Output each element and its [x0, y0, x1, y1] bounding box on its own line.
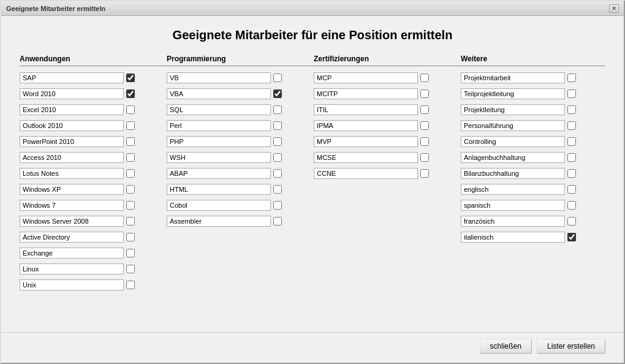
item-checkbox-0-2[interactable] [126, 105, 135, 114]
item-checkbox-1-5[interactable] [273, 153, 282, 162]
item-checkbox-0-0[interactable] [126, 74, 135, 82]
col-programmierung [167, 71, 314, 292]
item-checkbox-0-11[interactable] [126, 249, 135, 257]
item-label-0-8[interactable] [20, 200, 124, 211]
item-label-1-1[interactable] [167, 88, 271, 99]
item-checkbox-0-4[interactable] [126, 137, 135, 146]
item-checkbox-1-6[interactable] [273, 169, 282, 178]
list-item [314, 103, 461, 116]
item-label-0-3[interactable] [20, 120, 124, 131]
item-checkbox-2-4[interactable] [420, 137, 429, 146]
item-label-2-3[interactable] [314, 120, 418, 131]
item-label-1-5[interactable] [167, 152, 271, 163]
item-checkbox-2-5[interactable] [420, 153, 429, 162]
item-label-0-13[interactable] [20, 279, 124, 290]
item-label-0-0[interactable] [20, 72, 124, 83]
item-checkbox-3-8[interactable] [567, 201, 576, 210]
item-label-3-2[interactable] [461, 104, 565, 115]
list-item [314, 151, 461, 164]
item-checkbox-3-5[interactable] [567, 153, 576, 162]
list-item [20, 183, 167, 196]
item-label-3-8[interactable] [461, 200, 565, 211]
list-item [167, 199, 314, 212]
item-checkbox-0-9[interactable] [126, 217, 135, 226]
list-item [314, 167, 461, 180]
list-item [20, 230, 167, 244]
close-button[interactable]: ✕ [609, 4, 619, 13]
create-list-button[interactable]: Lister erstellen [537, 339, 605, 354]
item-label-1-8[interactable] [167, 200, 271, 211]
item-label-2-5[interactable] [314, 152, 418, 163]
list-item [167, 103, 314, 116]
item-checkbox-1-0[interactable] [273, 74, 282, 82]
list-item [314, 135, 461, 148]
item-label-0-11[interactable] [20, 248, 124, 259]
item-checkbox-1-8[interactable] [273, 201, 282, 210]
item-label-1-4[interactable] [167, 136, 271, 147]
item-label-3-10[interactable] [461, 232, 565, 243]
item-label-2-6[interactable] [314, 168, 418, 179]
item-checkbox-0-10[interactable] [126, 233, 135, 241]
item-checkbox-2-3[interactable] [420, 121, 429, 130]
item-checkbox-3-10[interactable] [567, 233, 576, 241]
list-item [167, 71, 314, 85]
item-checkbox-3-9[interactable] [567, 217, 576, 226]
item-checkbox-3-2[interactable] [567, 105, 576, 114]
close-dialog-button[interactable]: schließen [480, 339, 532, 354]
item-checkbox-1-2[interactable] [273, 105, 282, 114]
item-checkbox-3-4[interactable] [567, 137, 576, 146]
item-label-3-1[interactable] [461, 88, 565, 99]
item-label-1-7[interactable] [167, 184, 271, 195]
item-label-3-5[interactable] [461, 152, 565, 163]
item-label-0-1[interactable] [20, 88, 124, 99]
list-item [461, 71, 608, 85]
item-label-0-6[interactable] [20, 168, 124, 179]
item-checkbox-0-1[interactable] [126, 89, 135, 98]
item-checkbox-0-8[interactable] [126, 201, 135, 210]
item-label-0-7[interactable] [20, 184, 124, 195]
item-label-2-2[interactable] [314, 104, 418, 115]
item-checkbox-2-1[interactable] [420, 89, 429, 98]
item-checkbox-1-1[interactable] [273, 89, 282, 98]
item-label-2-1[interactable] [314, 88, 418, 99]
item-checkbox-3-1[interactable] [567, 89, 576, 98]
item-checkbox-0-12[interactable] [126, 265, 135, 273]
item-label-1-3[interactable] [167, 120, 271, 131]
item-checkbox-1-4[interactable] [273, 137, 282, 146]
item-label-1-0[interactable] [167, 72, 271, 83]
item-checkbox-0-7[interactable] [126, 185, 135, 194]
item-label-3-9[interactable] [461, 216, 565, 227]
item-label-3-3[interactable] [461, 120, 565, 131]
item-label-1-6[interactable] [167, 168, 271, 179]
item-checkbox-3-0[interactable] [567, 74, 576, 82]
item-checkbox-0-6[interactable] [126, 169, 135, 178]
item-label-0-5[interactable] [20, 152, 124, 163]
item-checkbox-2-0[interactable] [420, 74, 429, 82]
item-label-3-6[interactable] [461, 168, 565, 179]
item-checkbox-0-3[interactable] [126, 121, 135, 130]
item-label-3-4[interactable] [461, 136, 565, 147]
item-checkbox-1-7[interactable] [273, 185, 282, 194]
item-checkbox-3-6[interactable] [567, 169, 576, 178]
item-label-2-4[interactable] [314, 136, 418, 147]
item-checkbox-1-3[interactable] [273, 121, 282, 130]
item-label-3-0[interactable] [461, 72, 565, 83]
list-item [461, 119, 608, 132]
item-label-1-9[interactable] [167, 216, 271, 227]
item-checkbox-2-6[interactable] [420, 169, 429, 178]
item-label-1-2[interactable] [167, 104, 271, 115]
item-label-0-9[interactable] [20, 216, 124, 227]
item-label-0-4[interactable] [20, 136, 124, 147]
item-label-3-7[interactable] [461, 184, 565, 195]
item-checkbox-0-13[interactable] [126, 281, 135, 289]
item-checkbox-0-5[interactable] [126, 153, 135, 162]
item-checkbox-2-2[interactable] [420, 105, 429, 114]
item-label-0-2[interactable] [20, 104, 124, 115]
item-label-0-12[interactable] [20, 264, 124, 275]
item-checkbox-3-7[interactable] [567, 185, 576, 194]
item-label-2-0[interactable] [314, 72, 418, 83]
item-checkbox-1-9[interactable] [273, 217, 282, 226]
list-item [20, 199, 167, 212]
item-label-0-10[interactable] [20, 232, 124, 243]
item-checkbox-3-3[interactable] [567, 121, 576, 130]
